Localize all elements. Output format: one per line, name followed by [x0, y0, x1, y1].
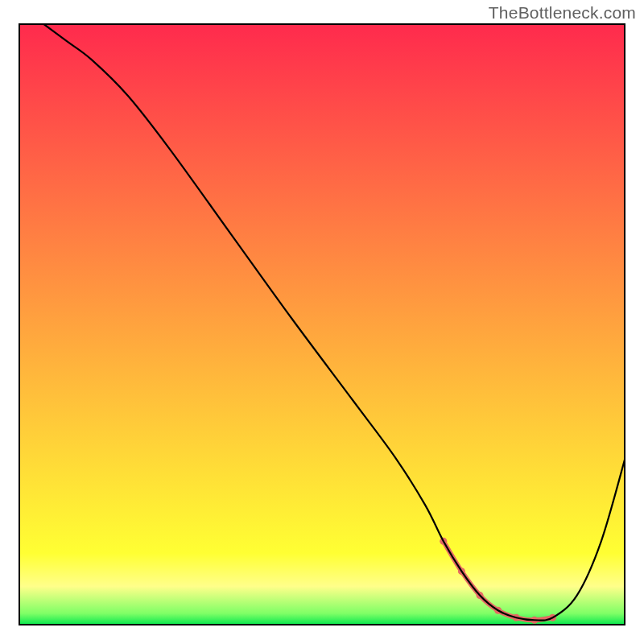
watermark-text: TheBottleneck.com	[489, 3, 636, 23]
plot-border	[19, 23, 625, 625]
